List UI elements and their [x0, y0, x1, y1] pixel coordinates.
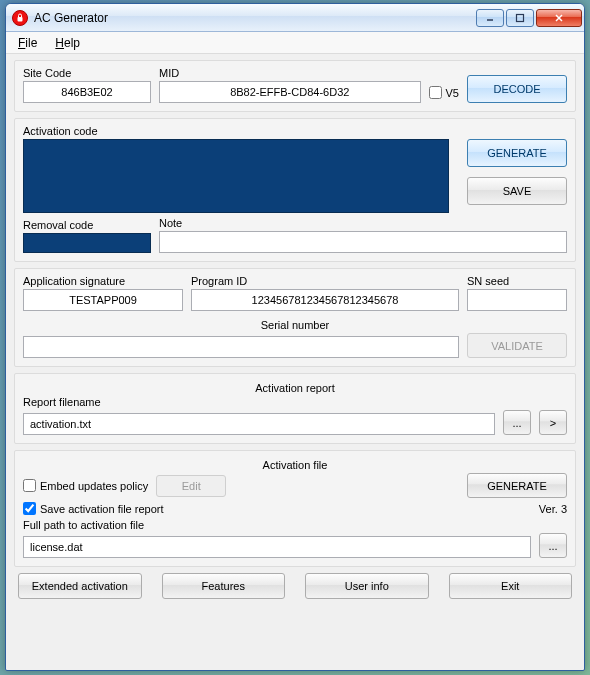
close-button[interactable]	[536, 9, 582, 27]
activation-code-label: Activation code	[23, 125, 449, 137]
menu-help[interactable]: Help	[47, 34, 88, 52]
report-browse-button[interactable]: ...	[503, 410, 531, 435]
decode-group: Site Code MID V5 DECODE	[14, 60, 576, 112]
generate-file-button[interactable]: GENERATE	[467, 473, 567, 498]
decode-button[interactable]: DECODE	[467, 75, 567, 103]
sn-seed-input[interactable]	[467, 289, 567, 311]
save-activation-button[interactable]: SAVE	[467, 177, 567, 205]
app-signature-input[interactable]	[23, 289, 183, 311]
site-code-label: Site Code	[23, 67, 151, 79]
features-button[interactable]: Features	[162, 573, 286, 599]
svg-rect-0	[18, 17, 23, 22]
report-go-button[interactable]: >	[539, 410, 567, 435]
mid-input[interactable]	[159, 81, 421, 103]
note-input[interactable]	[159, 231, 567, 253]
maximize-button[interactable]	[506, 9, 534, 27]
note-label: Note	[159, 217, 567, 229]
activation-group: Activation code GENERATE SAVE Removal co…	[14, 118, 576, 262]
save-report-input[interactable]	[23, 502, 36, 515]
embed-updates-checkbox[interactable]: Embed updates policy	[23, 479, 148, 492]
activation-report-group: Activation report Report filename ... >	[14, 373, 576, 444]
extended-activation-button[interactable]: Extended activation	[18, 573, 142, 599]
mid-label: MID	[159, 67, 421, 79]
report-filename-label: Report filename	[23, 396, 567, 408]
app-icon	[12, 10, 28, 26]
window-title: AC Generator	[34, 11, 476, 25]
serial-number-label: Serial number	[23, 319, 567, 331]
activation-path-browse-button[interactable]: ...	[539, 533, 567, 558]
activation-code-field[interactable]	[23, 139, 449, 213]
v5-checkbox[interactable]: V5	[429, 86, 459, 99]
activation-path-input[interactable]	[23, 536, 531, 558]
activation-path-label: Full path to activation file	[23, 519, 567, 531]
save-report-checkbox[interactable]: Save activation file report	[23, 502, 164, 515]
sn-seed-label: SN seed	[467, 275, 567, 287]
bottom-button-bar: Extended activation Features User info E…	[14, 573, 576, 599]
program-id-input[interactable]	[191, 289, 459, 311]
app-signature-label: Application signature	[23, 275, 183, 287]
embed-updates-input[interactable]	[23, 479, 36, 492]
activation-report-title: Activation report	[23, 382, 567, 394]
report-filename-input[interactable]	[23, 413, 495, 435]
exit-button[interactable]: Exit	[449, 573, 573, 599]
program-id-label: Program ID	[191, 275, 459, 287]
user-info-button[interactable]: User info	[305, 573, 429, 599]
menubar: File Help	[6, 32, 584, 54]
activation-file-group: Activation file Embed updates policy Edi…	[14, 450, 576, 567]
removal-code-label: Removal code	[23, 219, 151, 231]
minimize-button[interactable]	[476, 9, 504, 27]
generate-activation-button[interactable]: GENERATE	[467, 139, 567, 167]
svg-rect-2	[517, 14, 524, 21]
app-window: AC Generator File Help Site Code MID	[5, 3, 585, 671]
validate-button[interactable]: VALIDATE	[467, 333, 567, 358]
signature-group: Application signature Program ID SN seed…	[14, 268, 576, 367]
menu-file[interactable]: File	[10, 34, 45, 52]
removal-code-field[interactable]	[23, 233, 151, 253]
site-code-input[interactable]	[23, 81, 151, 103]
titlebar: AC Generator	[6, 4, 584, 32]
v5-checkbox-input[interactable]	[429, 86, 442, 99]
activation-file-title: Activation file	[23, 459, 567, 471]
version-label: Ver. 3	[539, 503, 567, 515]
edit-button[interactable]: Edit	[156, 475, 226, 497]
serial-number-field	[23, 336, 459, 358]
